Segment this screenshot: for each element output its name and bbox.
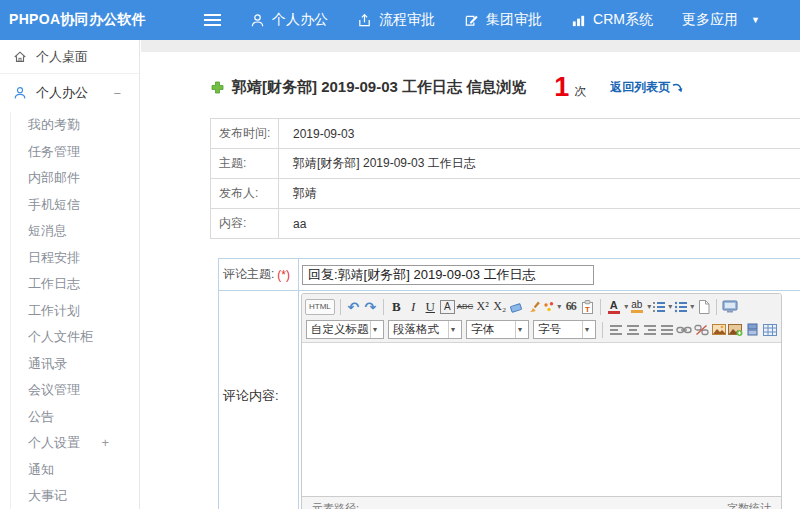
eraser-icon[interactable] <box>509 298 524 316</box>
sidebar-item-work-log[interactable]: 工作日志 <box>11 271 139 298</box>
insert-link-icon[interactable] <box>676 321 692 339</box>
editor-status-bar: 元素路径: 字数统计 <box>302 496 781 509</box>
top-navbar: PHPOA协同办公软件 个人办公 流程审批 集团审批 CRM系统 更多应用 ▼ <box>0 0 800 40</box>
row-value: 2019-09-03 <box>279 119 354 148</box>
word-count-label[interactable]: 字数统计 <box>727 501 771 509</box>
toolbar-separator <box>340 299 341 315</box>
collapse-minus-icon[interactable]: − <box>113 86 121 101</box>
hamburger-icon[interactable] <box>204 19 221 21</box>
page-title-row: 郭靖[财务部] 2019-09-03 工作日志 信息浏览 1 次 返回列表页 <box>141 72 800 102</box>
toolbar-separator <box>600 299 601 315</box>
strikethrough-button[interactable]: ABC <box>457 298 473 316</box>
caret-down-icon: ▾ <box>515 321 524 338</box>
insert-image-icon[interactable] <box>711 321 726 339</box>
back-to-list-link[interactable]: 返回列表页 <box>610 79 683 96</box>
nav-item-more-apps[interactable]: 更多应用 <box>682 11 738 29</box>
sidebar-item-contacts[interactable]: 通讯录 <box>11 351 139 378</box>
html-source-button[interactable]: HTML <box>305 299 335 315</box>
table-row: 主题: 郭靖[财务部] 2019-09-03 工作日志 <box>211 149 800 179</box>
font-color-button[interactable]: A <box>606 298 621 316</box>
sidebar-item-label: 任务管理 <box>28 144 80 159</box>
element-path-label: 元素路径: <box>312 501 359 509</box>
font-family-dropdown[interactable]: 字体▾ <box>466 320 529 339</box>
sidebar-item-memorabilia[interactable]: 大事记 <box>11 483 139 509</box>
user-icon <box>250 13 265 28</box>
sidebar-group-personal-office[interactable]: 个人办公 − <box>0 74 139 112</box>
sidebar-item-label: 公告 <box>28 409 54 424</box>
redo-icon[interactable]: ↷ <box>363 298 378 316</box>
sidebar-item-file-cabinet[interactable]: 个人文件柜 <box>11 324 139 351</box>
sidebar-item-personal-settings[interactable]: 个人设置+ <box>11 430 139 457</box>
sidebar-item-announcement[interactable]: 公告 <box>11 404 139 431</box>
insert-media-icon[interactable] <box>745 321 760 339</box>
sidebar-item-mobile-sms[interactable]: 手机短信 <box>11 192 139 219</box>
underline-button[interactable]: U <box>423 298 438 316</box>
sidebar-item-label: 工作计划 <box>28 303 80 318</box>
sidebar-item-my-attendance[interactable]: 我的考勤 <box>11 112 139 139</box>
format-brush-icon[interactable] <box>526 298 541 316</box>
custom-heading-dropdown[interactable]: 自定义标题▾ <box>306 320 384 339</box>
undo-icon[interactable]: ↶ <box>346 298 361 316</box>
sidebar-item-personal-desktop[interactable]: 个人桌面 <box>0 40 139 74</box>
row-label: 主题: <box>211 149 279 178</box>
expand-plus-icon[interactable]: + <box>101 430 109 457</box>
sidebar-submenu: 我的考勤 任务管理 内部邮件 手机短信 短消息 日程安排 工作日志 工作计划 个… <box>10 112 139 509</box>
rich-text-editor-cell: HTML ↶ ↷ B I U A ABC X² X₂ <box>299 291 782 509</box>
nav-item-label: 更多应用 <box>682 11 738 29</box>
subscript-button[interactable]: X₂ <box>492 298 507 316</box>
new-page-icon[interactable] <box>696 298 711 316</box>
sidebar-item-meeting-management[interactable]: 会议管理 <box>11 377 139 404</box>
chevron-down-icon[interactable]: ▼ <box>751 15 760 25</box>
sidebar-item-internal-mail[interactable]: 内部邮件 <box>11 165 139 192</box>
unlink-icon[interactable] <box>694 321 709 339</box>
editor-content-area[interactable] <box>302 343 781 496</box>
comment-subject-input[interactable] <box>302 265 594 285</box>
color-dots-icon[interactable]: ▾ <box>543 298 561 316</box>
sidebar-item-label: 通讯录 <box>28 356 67 371</box>
caret-down-icon[interactable]: ▾ <box>624 302 628 311</box>
row-label: 内容: <box>211 209 279 238</box>
sidebar-item-task-management[interactable]: 任务管理 <box>11 139 139 166</box>
nav-item-group-approval[interactable]: 集团审批 <box>464 11 542 29</box>
font-size-dropdown[interactable]: 字号▾ <box>533 320 596 339</box>
upload-image-icon[interactable] <box>728 321 743 339</box>
unordered-list-icon[interactable]: ▾ <box>674 298 694 316</box>
paragraph-format-dropdown[interactable]: 段落格式▾ <box>388 320 462 339</box>
nav-item-flow-approval[interactable]: 流程审批 <box>357 11 435 29</box>
insert-table-icon[interactable] <box>762 321 777 339</box>
highlight-color-button[interactable]: ab <box>629 298 644 316</box>
sidebar-item-label: 个人文件柜 <box>28 329 93 344</box>
align-justify-icon[interactable] <box>659 321 674 339</box>
nav-item-label: 个人办公 <box>272 11 328 29</box>
comment-subject-row: 评论主题: (*) <box>219 259 800 291</box>
blockquote-button[interactable]: 66 <box>563 298 578 316</box>
fullscreen-monitor-icon[interactable] <box>722 298 738 316</box>
paste-text-icon[interactable]: T <box>580 298 595 316</box>
comment-content-label: 评论内容: <box>219 291 299 509</box>
sidebar-item-work-plan[interactable]: 工作计划 <box>11 298 139 325</box>
ordered-list-icon[interactable]: ▾ <box>652 298 672 316</box>
dropdown-label: 字体 <box>467 322 515 337</box>
caret-down-icon[interactable]: ▾ <box>647 302 651 311</box>
home-icon <box>13 50 27 64</box>
align-left-icon[interactable] <box>608 321 623 339</box>
comment-subject-label: 评论主题: (*) <box>219 259 299 290</box>
toolbar-separator <box>383 299 384 315</box>
bold-button[interactable]: B <box>389 298 404 316</box>
highlight-color-bar <box>631 310 643 313</box>
sidebar-item-schedule[interactable]: 日程安排 <box>11 245 139 272</box>
align-right-icon[interactable] <box>642 321 657 339</box>
flow-approval-icon <box>357 13 372 28</box>
nav-item-personal-office[interactable]: 个人办公 <box>250 11 328 29</box>
table-row: 发布人: 郭靖 <box>211 179 800 209</box>
row-label: 发布人: <box>211 179 279 208</box>
italic-button[interactable]: I <box>406 298 421 316</box>
font-style-button[interactable]: A <box>440 300 455 314</box>
sidebar-item-short-message[interactable]: 短消息 <box>11 218 139 245</box>
nav-item-crm[interactable]: CRM系统 <box>571 11 653 29</box>
superscript-button[interactable]: X² <box>475 298 490 316</box>
nav-item-label: CRM系统 <box>593 11 653 29</box>
align-center-icon[interactable] <box>625 321 640 339</box>
sidebar-item-notice[interactable]: 通知 <box>11 457 139 484</box>
table-row: 内容: aa <box>211 209 800 239</box>
